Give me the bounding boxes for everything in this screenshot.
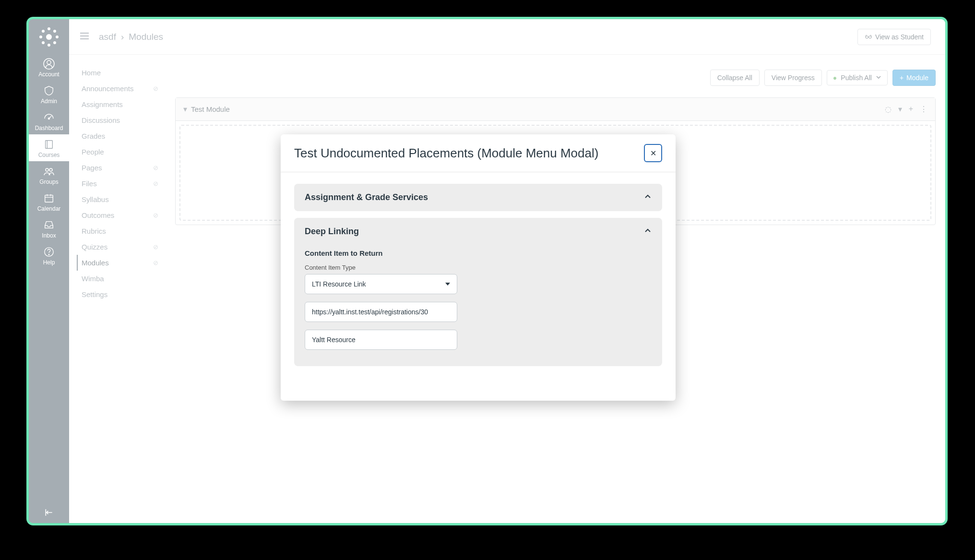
breadcrumb: asdf › Modules (99, 32, 163, 42)
course-nav-discussions[interactable]: Discussions (77, 112, 163, 128)
nav-label: Dashboard (35, 125, 63, 131)
svg-rect-15 (45, 195, 53, 203)
course-nav-files[interactable]: Files⊘ (77, 176, 163, 191)
svg-point-1 (48, 27, 50, 30)
chevron-up-icon (644, 193, 652, 202)
course-nav-modules[interactable]: Modules⊘ (77, 255, 163, 271)
svg-point-14 (49, 168, 52, 171)
canvas-logo[interactable] (37, 25, 61, 49)
people-icon (43, 165, 55, 178)
chevron-down-icon[interactable]: ▾ (898, 105, 902, 114)
collapse-all-button[interactable]: Collapse All (710, 70, 760, 86)
nav-groups[interactable]: Groups (29, 161, 69, 188)
nav-account[interactable]: Account (29, 54, 69, 81)
course-nav-home[interactable]: Home (77, 65, 163, 81)
type-label: Content Item Type (305, 264, 652, 271)
collapse-nav-button[interactable] (44, 508, 54, 519)
title-input[interactable]: Yaltt Resource (305, 330, 457, 350)
course-nav-pages[interactable]: Pages⊘ (77, 160, 163, 176)
add-module-button[interactable]: + Module (892, 70, 936, 86)
global-nav: Account Admin Dashboard Courses Groups C… (29, 19, 69, 523)
plus-icon[interactable]: + (909, 105, 913, 114)
page-header: asdf › Modules View as Student (69, 19, 945, 55)
svg-point-17 (48, 254, 49, 255)
nav-dashboard[interactable]: Dashboard (29, 107, 69, 134)
view-progress-button[interactable]: View Progress (764, 70, 822, 86)
nav-admin[interactable]: Admin (29, 81, 69, 107)
svg-point-8 (53, 41, 56, 44)
speedometer-icon (43, 111, 55, 124)
course-nav: Home Announcements⊘ Assignments Discussi… (77, 65, 163, 302)
help-icon (43, 246, 55, 258)
course-nav-settings[interactable]: Settings (77, 286, 163, 302)
triangle-down-icon (445, 283, 450, 286)
course-nav-assignments[interactable]: Assignments (77, 96, 163, 112)
view-as-student-button[interactable]: View as Student (857, 29, 931, 45)
action-bar: Collapse All View Progress ● Publish All… (175, 65, 936, 97)
module-name: Test Module (191, 105, 230, 113)
course-nav-outcomes[interactable]: Outcomes⊘ (77, 207, 163, 223)
hidden-icon: ⊘ (153, 164, 158, 171)
glasses-icon (865, 33, 872, 41)
modal-header: Test Undocumented Placements (Module Men… (281, 134, 676, 172)
nav-label: Inbox (42, 232, 56, 239)
url-input[interactable]: https://yaltt.inst.test/api/registration… (305, 302, 457, 322)
book-icon (43, 138, 55, 151)
svg-point-6 (53, 30, 56, 33)
accordion-title: Assignment & Grade Services (305, 192, 428, 203)
svg-point-10 (47, 60, 51, 64)
plus-icon: + (900, 74, 904, 82)
hidden-icon: ⊘ (153, 259, 158, 266)
nav-calendar[interactable]: Calendar (29, 188, 69, 215)
accordion-header-ags[interactable]: Assignment & Grade Services (294, 184, 662, 211)
publish-all-dropdown[interactable]: ● Publish All (827, 70, 888, 85)
course-nav-people[interactable]: People (77, 144, 163, 160)
kebab-icon[interactable]: ⋮ (920, 105, 927, 114)
nav-label: Admin (41, 98, 57, 105)
nav-help[interactable]: Help (29, 242, 69, 269)
hidden-icon: ⊘ (153, 85, 158, 92)
content-item-type-select[interactable]: LTI Resource Link (305, 274, 457, 294)
hamburger-icon[interactable] (79, 30, 90, 44)
caret-down-icon[interactable]: ▾ (183, 105, 187, 114)
course-nav-wimba[interactable]: Wimba (77, 271, 163, 286)
shield-icon (43, 84, 55, 97)
modal-body[interactable]: Assignment & Grade Services Deep Linking… (281, 172, 676, 401)
accordion-ags: Assignment & Grade Services (294, 184, 662, 211)
svg-point-0 (46, 34, 52, 40)
course-nav-grades[interactable]: Grades (77, 128, 163, 144)
course-nav-syllabus[interactable]: Syllabus (77, 191, 163, 207)
nav-label: Courses (38, 152, 60, 158)
nav-inbox[interactable]: Inbox (29, 215, 69, 242)
svg-point-11 (48, 118, 50, 119)
close-button[interactable]: ✕ (644, 144, 662, 162)
svg-point-3 (39, 36, 42, 38)
accordion-deep-linking: Deep Linking Content Item to Return Cont… (294, 218, 662, 366)
course-nav-quizzes[interactable]: Quizzes⊘ (77, 239, 163, 255)
input-value: https://yaltt.inst.test/api/registration… (312, 308, 428, 316)
input-value: Yaltt Resource (312, 336, 356, 344)
nav-courses[interactable]: Courses (29, 134, 69, 161)
course-nav-rubrics[interactable]: Rubrics (77, 223, 163, 239)
check-circle-icon: ● (833, 74, 837, 82)
close-icon: ✕ (650, 149, 656, 158)
accordion-header-deep-linking[interactable]: Deep Linking (294, 218, 662, 245)
breadcrumb-course[interactable]: asdf (99, 32, 116, 42)
accordion-title: Deep Linking (305, 226, 359, 237)
nav-label: Account (38, 71, 59, 78)
svg-point-13 (46, 168, 48, 171)
chevron-right-icon: › (121, 32, 124, 42)
hidden-icon: ⊘ (153, 180, 158, 187)
unpublished-icon[interactable]: ◌ (885, 105, 892, 114)
chevron-down-icon (876, 74, 881, 82)
svg-point-5 (42, 30, 45, 33)
accordion-body: Content Item to Return Content Item Type… (294, 249, 662, 366)
module-menu-modal: Test Undocumented Placements (Module Men… (281, 134, 676, 401)
hidden-icon: ⊘ (153, 212, 158, 219)
nav-label: Groups (39, 179, 58, 185)
svg-point-7 (42, 41, 45, 44)
nav-label: Calendar (37, 205, 61, 212)
calendar-icon (43, 192, 55, 204)
modal-title: Test Undocumented Placements (Module Men… (294, 146, 598, 161)
course-nav-announcements[interactable]: Announcements⊘ (77, 81, 163, 96)
